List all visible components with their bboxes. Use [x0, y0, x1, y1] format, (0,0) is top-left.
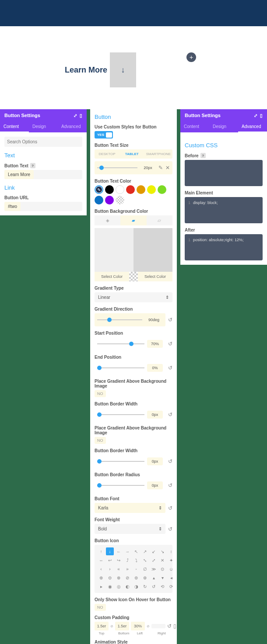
- border-width-slider-2[interactable]: 0px: [95, 455, 165, 468]
- icon-option[interactable]: ↗: [141, 547, 149, 555]
- reset-icon[interactable]: ↺: [168, 341, 172, 347]
- icon-option[interactable]: ↪: [115, 556, 123, 564]
- reset-icon[interactable]: ↺: [168, 412, 172, 418]
- search-input[interactable]: [4, 137, 82, 147]
- place-gradient-toggle[interactable]: NO: [95, 390, 106, 397]
- icon-option[interactable]: ⊛: [141, 574, 149, 582]
- icon-option[interactable]: ⊗: [115, 574, 123, 582]
- bg-type-color[interactable]: ◈: [95, 215, 120, 225]
- text-size-slider[interactable]: 20px ✎ ✕: [95, 161, 172, 174]
- tab-advanced[interactable]: Advanced: [58, 121, 87, 132]
- swatch-green[interactable]: [158, 185, 166, 194]
- icon-option[interactable]: ◎: [115, 582, 123, 590]
- bg-type-gradient[interactable]: ▰: [120, 215, 146, 225]
- icon-option[interactable]: »: [123, 565, 131, 573]
- icon-option[interactable]: ↩: [106, 556, 114, 564]
- select-color-right[interactable]: Select Color: [138, 272, 172, 281]
- start-position-slider[interactable]: 70%: [95, 337, 165, 350]
- swatch-orange[interactable]: [137, 185, 145, 194]
- icon-option[interactable]: ⊘: [123, 574, 131, 582]
- icon-option[interactable]: ▾: [158, 574, 166, 582]
- icon-option[interactable]: ⊖: [106, 574, 114, 582]
- icon-option[interactable]: ↔: [97, 556, 105, 564]
- eyedropper-icon[interactable]: ✎: [158, 165, 163, 171]
- icon-option[interactable]: ⊙: [158, 565, 166, 573]
- device-desktop[interactable]: DESKTOP: [95, 149, 119, 159]
- swatch-purple[interactable]: [105, 196, 114, 204]
- icon-option[interactable]: ↙: [150, 547, 158, 555]
- icon-option[interactable]: ⤡: [141, 556, 149, 564]
- icon-option[interactable]: ↻: [141, 582, 149, 590]
- reset-icon[interactable]: ↺: [168, 365, 172, 371]
- icon-option[interactable]: ↕: [167, 547, 175, 555]
- tab-advanced[interactable]: Advanced: [238, 121, 267, 132]
- icon-option[interactable]: ⊚: [132, 574, 140, 582]
- border-radius-slider[interactable]: 0px: [95, 479, 165, 492]
- icon-option[interactable]: ▴: [150, 574, 158, 582]
- icon-option-selected[interactable]: ↓: [106, 547, 114, 555]
- select-color-left[interactable]: Select Color: [95, 272, 129, 281]
- icon-option[interactable]: ›: [106, 565, 114, 573]
- padding-left[interactable]: 30%: [131, 622, 145, 630]
- swatch-red[interactable]: [126, 185, 135, 194]
- after-css-input[interactable]: 1position: absolute;right: 12%;: [185, 234, 263, 260]
- icon-option[interactable]: ⤢: [150, 556, 158, 564]
- tab-design[interactable]: Design: [209, 121, 238, 132]
- swatch-blue[interactable]: [95, 196, 103, 204]
- padding-right[interactable]: [151, 624, 165, 628]
- tab-design[interactable]: Design: [29, 121, 58, 132]
- place-gradient-toggle-2[interactable]: NO: [95, 437, 106, 444]
- close-icon[interactable]: ✕: [165, 165, 170, 171]
- preview-button[interactable]: Learn More ↓: [65, 52, 136, 87]
- icon-option[interactable]: «: [115, 565, 123, 573]
- reset-icon[interactable]: ↺: [168, 317, 172, 323]
- only-show-hover-toggle[interactable]: NO: [95, 604, 106, 611]
- icon-option[interactable]: ↑: [97, 547, 105, 555]
- help-icon[interactable]: ?: [200, 153, 206, 158]
- swatch-transparent[interactable]: [116, 196, 124, 204]
- font-weight-select[interactable]: Bold⇕: [95, 524, 165, 534]
- button-text-input[interactable]: Learn More: [4, 170, 34, 179]
- icon-option[interactable]: ✕: [158, 556, 166, 564]
- icon-option[interactable]: ◐: [123, 582, 131, 590]
- icon-option[interactable]: ⤴: [123, 556, 131, 564]
- padding-top[interactable]: 1.5er: [95, 622, 109, 630]
- button-url-input[interactable]: #two: [4, 202, 21, 211]
- link-icon[interactable]: ⊘: [110, 624, 113, 628]
- swatch-black[interactable]: [105, 185, 114, 194]
- icon-option[interactable]: ⟲: [158, 582, 166, 590]
- main-css-input[interactable]: 1display: block;: [185, 197, 263, 223]
- snap-icon[interactable]: ▯: [260, 113, 263, 118]
- swatch-white[interactable]: [116, 185, 124, 194]
- gradient-type-select[interactable]: Linear⇕: [95, 292, 172, 302]
- icon-option[interactable]: ⊕: [97, 574, 105, 582]
- link-icon[interactable]: ⊘: [147, 624, 150, 628]
- gradient-direction-slider[interactable]: 90deg: [95, 313, 165, 326]
- icon-option[interactable]: ◦: [132, 565, 140, 573]
- device-icon[interactable]: ▯: [173, 623, 176, 629]
- icon-option[interactable]: ◂: [167, 574, 175, 582]
- icon-option[interactable]: ◑: [132, 582, 140, 590]
- reset-icon[interactable]: ↺: [168, 526, 172, 532]
- padding-bottom[interactable]: 1.5er: [115, 622, 129, 630]
- icon-option[interactable]: ‹: [97, 565, 105, 573]
- icon-option[interactable]: ↖: [132, 547, 140, 555]
- tab-content[interactable]: Content: [180, 121, 209, 132]
- eyedropper-swatch[interactable]: ✎: [95, 185, 103, 194]
- add-module-button[interactable]: +: [186, 52, 196, 62]
- icon-option[interactable]: ◉: [106, 582, 114, 590]
- snap-icon[interactable]: ▯: [80, 113, 82, 118]
- device-smartphone[interactable]: SMARTPHONE: [144, 149, 172, 159]
- icon-option[interactable]: ☺: [167, 565, 175, 573]
- tab-content[interactable]: Content: [0, 121, 29, 132]
- icon-option[interactable]: ⟳: [167, 582, 175, 590]
- icon-option[interactable]: ▸: [97, 582, 105, 590]
- swatch-yellow[interactable]: [147, 185, 156, 194]
- expand-icon[interactable]: ⤢: [254, 113, 257, 118]
- device-tablet[interactable]: TABLET: [119, 149, 144, 159]
- icon-option[interactable]: ⤵: [132, 556, 140, 564]
- reset-icon[interactable]: ↺: [168, 458, 172, 464]
- icon-option[interactable]: ↘: [158, 547, 166, 555]
- reset-icon[interactable]: ↺: [168, 505, 172, 511]
- reset-icon[interactable]: ↺: [167, 623, 172, 629]
